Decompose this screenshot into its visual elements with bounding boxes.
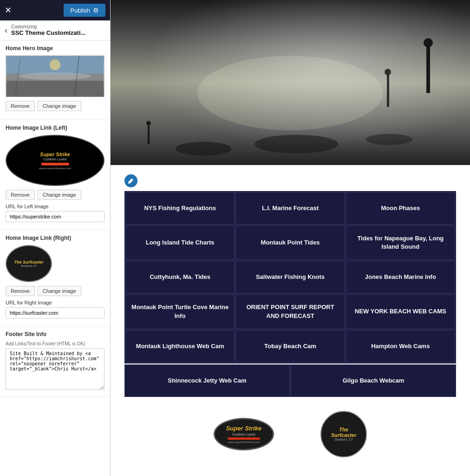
- grid-cell-montauk-turtle[interactable]: Montauk Point Turtle Cove Marine Info: [125, 294, 235, 329]
- publish-button[interactable]: Publish ⚙: [64, 4, 105, 17]
- hero-remove-button[interactable]: Remove: [6, 101, 35, 111]
- back-button[interactable]: ‹: [5, 26, 7, 35]
- settings-icon: ⚙: [93, 7, 99, 14]
- surfcaster-logo[interactable]: TheSurfcaster Stratford, CT: [320, 411, 367, 457]
- superstrike-url: www.superstrikelures.com: [226, 441, 262, 443]
- svg-point-2: [19, 73, 91, 80]
- right-image-section: Home Image Link (Right) The Surfcaster S…: [0, 230, 110, 326]
- grid-cell-cuttyhunk[interactable]: Cuttyhunk, Ma. Tides: [125, 261, 235, 293]
- grid-cell-saltwater-knots[interactable]: Saltwater Fishing Knots: [235, 261, 345, 293]
- grid-cell-moon-phases[interactable]: Moon Phases: [346, 192, 455, 225]
- grid-cell-tobay-beach[interactable]: Tobay Beach Cam: [235, 330, 345, 363]
- footer-info-section: Footer Site Info Add Links/Text to Foote…: [0, 326, 110, 397]
- close-button[interactable]: ✕: [5, 5, 12, 15]
- right-remove-button[interactable]: Remove: [6, 286, 35, 296]
- grid-cell-jones-beach[interactable]: Jones Beach Marine Info: [346, 261, 455, 293]
- hero-image-buttons: Remove Change image: [6, 101, 104, 111]
- svg-rect-3: [7, 81, 104, 97]
- grid-cell-li-tide[interactable]: Long Island Tide Charts: [125, 225, 235, 260]
- footer-info-label: Add Links/Text to Footer (HTML is OK): [6, 341, 104, 346]
- grid-cell-shinnecock[interactable]: Shinnecock Jetty Web Cam: [124, 364, 290, 397]
- right-image-title: Home Image Link (Right): [6, 235, 104, 241]
- publish-label: Publish: [70, 7, 90, 14]
- grid-cell-montauk-lighthouse[interactable]: Montauk Lighthouse Web Cam: [125, 330, 235, 363]
- surfcaster-brand: TheSurfcaster: [331, 427, 356, 438]
- left-image-section: Home Image Link (Left) Super Strike Cust…: [0, 120, 110, 230]
- left-url-input[interactable]: [6, 211, 104, 222]
- bottom-row: Shinnecock Jetty Web Cam Gilgo Beach Web…: [124, 364, 456, 397]
- hero-section: [111, 0, 470, 165]
- grid-edit-icon[interactable]: [124, 174, 137, 187]
- footer-info-textarea[interactable]: Site Built & Maintained by <a href="http…: [6, 348, 104, 390]
- grid-section: NYS Fishing Regulations L.I. Marine Fore…: [111, 165, 470, 476]
- surfcaster-logo-preview: The Surfcaster Stratford, CT: [6, 245, 52, 282]
- links-grid: NYS Fishing Regulations L.I. Marine Fore…: [124, 191, 456, 364]
- customizing-text: Customizing: [11, 24, 85, 29]
- customizing-info: Customizing SSC Theme Customizati...: [11, 24, 85, 36]
- hero-overlay: [111, 0, 470, 165]
- right-url-label: URL for Right Image: [6, 300, 104, 305]
- grid-cell-ny-beach-cams[interactable]: NEW YORK BEACH WEB CAMS: [346, 294, 455, 329]
- logo-row: Super Strike Custom Lures www.superstrik…: [124, 397, 456, 467]
- left-url-label: URL for Left Image: [6, 204, 104, 209]
- grid-cell-orient-point[interactable]: ORIENT POINT SURF REPORT AND FORECAST: [235, 294, 345, 329]
- grid-cell-hampton-cams[interactable]: Hampton Web Cams: [346, 330, 455, 363]
- hero-image-section: Home Hero Image Remove Change image: [0, 40, 110, 120]
- main-content: NYS Fishing Regulations L.I. Marine Fore…: [111, 0, 470, 476]
- superstrike-logo-preview: Super Strike Custom Lures www.superstrik…: [6, 135, 104, 186]
- right-image-buttons: Remove Change image: [6, 286, 104, 296]
- left-remove-button[interactable]: Remove: [6, 190, 35, 200]
- customizing-bar: ‹ Customizing SSC Theme Customizati...: [0, 20, 110, 40]
- left-change-button[interactable]: Change image: [38, 190, 81, 200]
- left-image-buttons: Remove Change image: [6, 190, 104, 200]
- grid-cell-gilgo[interactable]: Gilgo Beach Webcam: [291, 364, 456, 397]
- hero-change-button[interactable]: Change image: [38, 101, 81, 111]
- customizing-title: SSC Theme Customizati...: [11, 29, 85, 36]
- hero-image-preview: [6, 55, 104, 97]
- left-image-title: Home Image Link (Left): [6, 125, 104, 131]
- grid-cell-nys-fishing[interactable]: NYS Fishing Regulations: [125, 192, 235, 225]
- grid-cell-napeague-tides[interactable]: Tides for Napeague Bay, Long Island Soun…: [346, 225, 455, 260]
- superstrike-sub: Custom Lures: [226, 432, 262, 436]
- superstrike-brand: Super Strike: [226, 425, 262, 432]
- hero-image-title: Home Hero Image: [6, 45, 104, 52]
- svg-point-4: [50, 60, 60, 70]
- superstrike-lure: [228, 437, 260, 440]
- grid-cell-montauk-tides[interactable]: Montauk Point Tides: [235, 225, 345, 260]
- right-url-input[interactable]: [6, 307, 104, 318]
- grid-cell-li-marine[interactable]: L.I. Marine Forecast: [235, 192, 345, 225]
- surfcaster-sub: Stratford, CT: [331, 438, 356, 441]
- right-change-button[interactable]: Change image: [38, 286, 81, 296]
- top-bar: ✕ Publish ⚙: [0, 0, 110, 20]
- superstrike-logo[interactable]: Super Strike Custom Lures www.superstrik…: [214, 418, 274, 450]
- left-panel: ✕ Publish ⚙ ‹ Customizing SSC Theme Cust…: [0, 0, 111, 476]
- footer-info-title: Footer Site Info: [6, 331, 104, 337]
